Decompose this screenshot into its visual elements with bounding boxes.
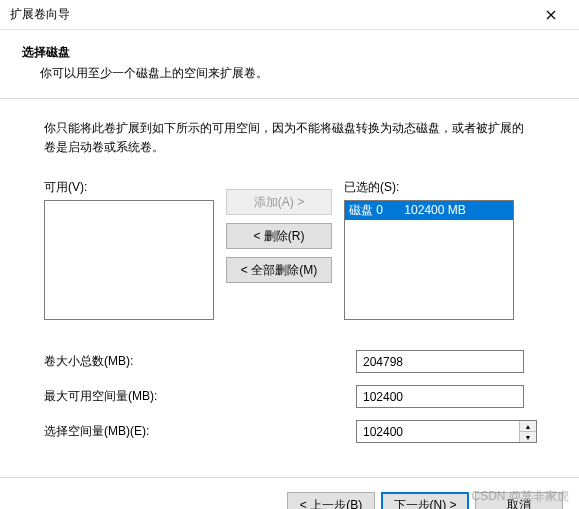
disk-size: 102400 MB [404,203,465,217]
cancel-button[interactable]: 取消 [475,492,563,509]
header-subtitle: 你可以用至少一个磁盘上的空间来扩展卷。 [22,61,557,82]
max-space-value: 102400 [356,385,524,408]
title-bar: 扩展卷向导 [0,0,579,30]
select-space-label: 选择空间量(MB)(E): [44,423,356,440]
select-space-input[interactable] [357,421,519,442]
total-size-label: 卷大小总数(MB): [44,353,356,370]
next-button[interactable]: 下一步(N) > [381,492,469,509]
content-area: 你只能将此卷扩展到如下所示的可用空间，因为不能将磁盘转换为动态磁盘，或者被扩展的… [0,99,579,465]
disk-name: 磁盘 0 [349,203,383,217]
footer-buttons: < 上一步(B) 下一步(N) > 取消 [0,478,579,509]
close-icon [546,10,556,20]
header-title: 选择磁盘 [22,44,557,61]
window-title: 扩展卷向导 [10,6,529,23]
spinner-down-button[interactable]: ▼ [520,432,536,442]
list-item[interactable]: 磁盘 0 102400 MB [345,201,513,220]
spinner-up-button[interactable]: ▲ [520,421,536,432]
wizard-header: 选择磁盘 你可以用至少一个磁盘上的空间来扩展卷。 [0,30,579,92]
back-button[interactable]: < 上一步(B) [287,492,375,509]
available-label: 可用(V): [44,179,214,196]
remove-button[interactable]: < 删除(R) [226,223,332,249]
total-size-value: 204798 [356,350,524,373]
selected-listbox[interactable]: 磁盘 0 102400 MB [344,200,514,320]
add-button: 添加(A) > [226,189,332,215]
summary-section: 卷大小总数(MB): 204798 最大可用空间量(MB): 102400 选择… [44,350,535,443]
selected-label: 已选的(S): [344,179,514,196]
max-space-label: 最大可用空间量(MB): [44,388,356,405]
close-button[interactable] [529,1,573,29]
description-text: 你只能将此卷扩展到如下所示的可用空间，因为不能将磁盘转换为动态磁盘，或者被扩展的… [44,119,535,157]
select-space-spinner[interactable]: ▲ ▼ [356,420,537,443]
remove-all-button[interactable]: < 全部删除(M) [226,257,332,283]
available-listbox[interactable] [44,200,214,320]
